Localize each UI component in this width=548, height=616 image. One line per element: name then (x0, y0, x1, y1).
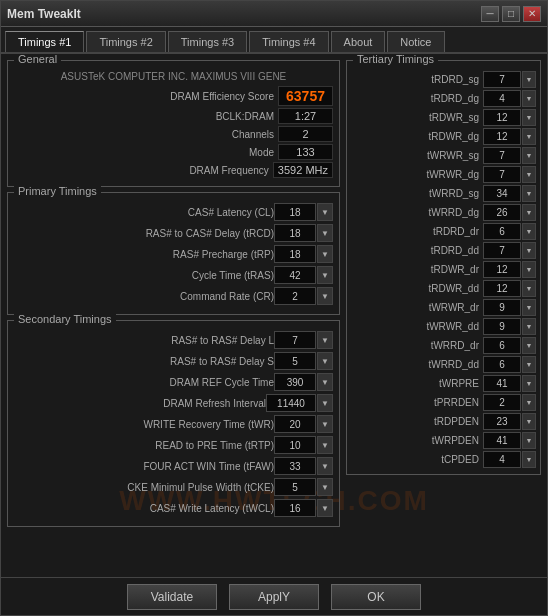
primary-row-1-dropdown[interactable]: ▼ (317, 224, 333, 242)
tertiary-row-17-input[interactable] (483, 394, 521, 411)
tertiary-row-6-dropdown[interactable]: ▼ (522, 185, 536, 202)
tertiary-row-1-dropdown[interactable]: ▼ (522, 90, 536, 107)
tertiary-row-12-dropdown[interactable]: ▼ (522, 299, 536, 316)
secondary-row-3-input[interactable] (266, 394, 316, 412)
tertiary-row-5-dropdown[interactable]: ▼ (522, 166, 536, 183)
secondary-row-4-input[interactable] (274, 415, 316, 433)
secondary-row-7-dropdown[interactable]: ▼ (317, 478, 333, 496)
tertiary-row-11-label: tRDWR_dd (351, 283, 479, 294)
primary-row-0-dropdown[interactable]: ▼ (317, 203, 333, 221)
tertiary-row-8-input[interactable] (483, 223, 521, 240)
tertiary-row-13-control: ▼ (483, 318, 536, 335)
dram-score-label: DRAM Efficiency Score (170, 91, 274, 102)
secondary-row-2-dropdown[interactable]: ▼ (317, 373, 333, 391)
primary-row-1: RAS# to CAS# Delay (tRCD) ▼ (14, 224, 333, 242)
secondary-row-3-dropdown[interactable]: ▼ (317, 394, 333, 412)
primary-row-2: RAS# Precharge (tRP) ▼ (14, 245, 333, 263)
secondary-row-8-input[interactable] (274, 499, 316, 517)
maximize-button[interactable]: □ (502, 6, 520, 22)
tertiary-row-6-control: ▼ (483, 185, 536, 202)
secondary-row-5-dropdown[interactable]: ▼ (317, 436, 333, 454)
tertiary-row-4-input[interactable] (483, 147, 521, 164)
tertiary-row-7-dropdown[interactable]: ▼ (522, 204, 536, 221)
tertiary-row-12-input[interactable] (483, 299, 521, 316)
secondary-row-8-dropdown[interactable]: ▼ (317, 499, 333, 517)
tertiary-row-13-dropdown[interactable]: ▼ (522, 318, 536, 335)
tertiary-row-15-dropdown[interactable]: ▼ (522, 356, 536, 373)
secondary-row-7-input[interactable] (274, 478, 316, 496)
ok-button[interactable]: OK (331, 584, 421, 610)
tertiary-row-11-input[interactable] (483, 280, 521, 297)
primary-row-3-input[interactable] (274, 266, 316, 284)
tertiary-row-3-dropdown[interactable]: ▼ (522, 128, 536, 145)
tertiary-row-19-dropdown[interactable]: ▼ (522, 432, 536, 449)
tertiary-row-9-dropdown[interactable]: ▼ (522, 242, 536, 259)
tertiary-row-10-dropdown[interactable]: ▼ (522, 261, 536, 278)
tertiary-row-18-input[interactable] (483, 413, 521, 430)
secondary-row-1-dropdown[interactable]: ▼ (317, 352, 333, 370)
tertiary-row-20-input[interactable] (483, 451, 521, 468)
tab-timings1[interactable]: Timings #1 (5, 31, 84, 52)
tab-timings4[interactable]: Timings #4 (249, 31, 328, 52)
primary-row-3-label: Cycle Time (tRAS) (14, 270, 274, 281)
tertiary-row-15-input[interactable] (483, 356, 521, 373)
tertiary-row-10-input[interactable] (483, 261, 521, 278)
primary-row-4-input[interactable] (274, 287, 316, 305)
tertiary-row-15-control: ▼ (483, 356, 536, 373)
tertiary-row-5-input[interactable] (483, 166, 521, 183)
minimize-button[interactable]: ─ (481, 6, 499, 22)
primary-row-4-dropdown[interactable]: ▼ (317, 287, 333, 305)
primary-row-3: Cycle Time (tRAS) ▼ (14, 266, 333, 284)
tertiary-row-2-input[interactable] (483, 109, 521, 126)
tab-about[interactable]: About (331, 31, 386, 52)
secondary-row-6-input[interactable] (274, 457, 316, 475)
secondary-row-3-label: DRAM Refresh Interval (14, 398, 266, 409)
tertiary-row-0-dropdown[interactable]: ▼ (522, 71, 536, 88)
primary-row-3-dropdown[interactable]: ▼ (317, 266, 333, 284)
tertiary-row-3: tRDWR_dg ▼ (351, 128, 536, 145)
tertiary-row-14-input[interactable] (483, 337, 521, 354)
secondary-row-2-input[interactable] (274, 373, 316, 391)
secondary-row-0-input[interactable] (274, 331, 316, 349)
tertiary-row-20-dropdown[interactable]: ▼ (522, 451, 536, 468)
primary-row-2-input[interactable] (274, 245, 316, 263)
tertiary-row-2-dropdown[interactable]: ▼ (522, 109, 536, 126)
primary-row-1-input[interactable] (274, 224, 316, 242)
tertiary-row-13-input[interactable] (483, 318, 521, 335)
secondary-row-5-control: ▼ (274, 436, 333, 454)
tertiary-row-0-input[interactable] (483, 71, 521, 88)
primary-row-2-dropdown[interactable]: ▼ (317, 245, 333, 263)
tertiary-row-16-input[interactable] (483, 375, 521, 392)
tertiary-row-19-input[interactable] (483, 432, 521, 449)
tertiary-row-0-control: ▼ (483, 71, 536, 88)
secondary-row-5-input[interactable] (274, 436, 316, 454)
tertiary-row-4-dropdown[interactable]: ▼ (522, 147, 536, 164)
tertiary-row-8-dropdown[interactable]: ▼ (522, 223, 536, 240)
tertiary-row-17-dropdown[interactable]: ▼ (522, 394, 536, 411)
secondary-row-6-dropdown[interactable]: ▼ (317, 457, 333, 475)
tertiary-row-9-input[interactable] (483, 242, 521, 259)
tab-timings3[interactable]: Timings #3 (168, 31, 247, 52)
primary-row-0-input[interactable] (274, 203, 316, 221)
secondary-row-1-input[interactable] (274, 352, 316, 370)
tertiary-row-16-dropdown[interactable]: ▼ (522, 375, 536, 392)
tab-timings2[interactable]: Timings #2 (86, 31, 165, 52)
tab-notice[interactable]: Notice (387, 31, 444, 52)
validate-button[interactable]: Validate (127, 584, 217, 610)
tertiary-row-11-dropdown[interactable]: ▼ (522, 280, 536, 297)
tertiary-row-6-label: tWRRD_sg (351, 188, 479, 199)
tertiary-row-18-dropdown[interactable]: ▼ (522, 413, 536, 430)
secondary-row-4-dropdown[interactable]: ▼ (317, 415, 333, 433)
tertiary-row-7-input[interactable] (483, 204, 521, 221)
tertiary-row-4: tWRWR_sg ▼ (351, 147, 536, 164)
tertiary-row-2-control: ▼ (483, 109, 536, 126)
tertiary-row-20: tCPDED ▼ (351, 451, 536, 468)
secondary-row-8-control: ▼ (274, 499, 333, 517)
tertiary-row-1-input[interactable] (483, 90, 521, 107)
tertiary-row-14-dropdown[interactable]: ▼ (522, 337, 536, 354)
close-button[interactable]: ✕ (523, 6, 541, 22)
apply-button[interactable]: ApplY (229, 584, 319, 610)
tertiary-row-3-input[interactable] (483, 128, 521, 145)
tertiary-row-6-input[interactable] (483, 185, 521, 202)
secondary-row-0-dropdown[interactable]: ▼ (317, 331, 333, 349)
